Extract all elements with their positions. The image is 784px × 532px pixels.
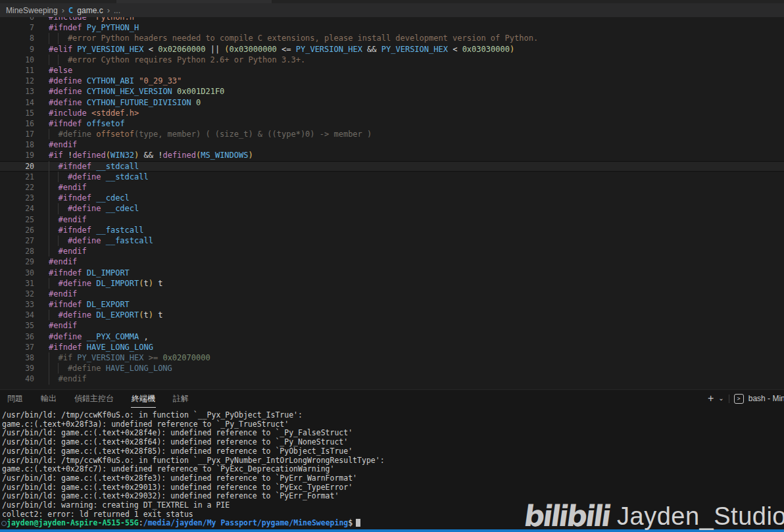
code-token: __fastcall [101, 236, 153, 245]
line-number[interactable]: 6 [0, 17, 39, 22]
panel-tab-comments[interactable]: 註解 [172, 390, 189, 408]
line-number[interactable]: 10 [0, 55, 39, 65]
panel-tab-debug-console[interactable]: 偵錯主控台 [74, 390, 114, 408]
code-line[interactable]: 19#if !defined(WIN32) && !defined(MS_WIN… [0, 150, 784, 160]
terminal-line: /usr/bin/ld: game.c:(.text+0x28f4e): und… [2, 429, 784, 438]
code-line[interactable]: 27#define __fastcall [0, 235, 784, 246]
line-number[interactable]: 33 [0, 299, 39, 310]
code-line[interactable]: 32#endif [0, 289, 784, 299]
line-number[interactable]: 14 [0, 97, 39, 108]
line-number[interactable]: 40 [0, 374, 39, 384]
terminal-instance-label[interactable]: bash - MineSw [748, 394, 784, 403]
line-number[interactable]: 22 [0, 182, 39, 193]
code-line[interactable]: 22#endif [0, 182, 784, 193]
line-number[interactable]: 28 [0, 246, 39, 256]
code-line[interactable]: 16#ifndef offsetof [0, 118, 784, 129]
code-line[interactable]: 21#define __stdcall [0, 172, 784, 182]
code-line[interactable]: 18#endif [0, 139, 784, 150]
code-line[interactable]: 31#define DL_IMPORT(t) t [0, 278, 784, 289]
code-token: #define [68, 172, 101, 181]
line-number[interactable]: 26 [0, 225, 39, 235]
breadcrumb-item-project[interactable]: MineSweeping [6, 6, 58, 15]
code-line[interactable]: 8#error Python headers needed to compile… [0, 33, 784, 43]
code-token: __fastcall [91, 226, 143, 235]
code-line[interactable]: 25#endif [0, 214, 784, 225]
line-number[interactable]: 15 [0, 108, 39, 118]
line-number[interactable]: 21 [0, 172, 39, 182]
panel-tab-output[interactable]: 輸出 [40, 390, 57, 408]
line-number[interactable]: 17 [0, 129, 39, 139]
line-number[interactable]: 8 [0, 33, 39, 43]
terminal-icon: > [734, 394, 744, 404]
indent-guide [49, 172, 58, 182]
code-line[interactable]: 12#define CYTHON_ABI "0_29_33" [0, 76, 784, 86]
code-line[interactable]: 14#define CYTHON_FUTURE_DIVISION 0 [0, 97, 784, 108]
line-number[interactable]: 20 [0, 161, 39, 172]
line-number[interactable]: 19 [0, 150, 39, 160]
indent-guide [49, 225, 58, 235]
code-line[interactable]: 20#ifndef __stdcall [0, 161, 784, 172]
code-line[interactable]: 33#ifndef DL_EXPORT [0, 299, 784, 310]
code-line[interactable]: 10#error Cython requires Python 2.6+ or … [0, 55, 784, 65]
code-token: #define [49, 332, 82, 341]
new-terminal-icon[interactable]: + [708, 393, 714, 404]
code-token: "0_29_33" [134, 76, 182, 85]
editor-region[interactable]: 6#include "Python.h"7#ifndef Py_PYTHON_H… [0, 17, 784, 389]
code-token: #endif [58, 374, 86, 383]
code-token: #endif [58, 247, 86, 256]
code-line[interactable]: 34#define DL_EXPORT(t) t [0, 310, 784, 320]
line-number[interactable]: 11 [0, 65, 39, 76]
code-line[interactable]: 23#ifndef __cdecl [0, 193, 784, 203]
code-line[interactable]: 13#define CYTHON_HEX_VERSION 0x001D21F0 [0, 86, 784, 97]
code-token: #endif [58, 183, 86, 192]
indent-guide [58, 363, 67, 374]
line-number[interactable]: 24 [0, 203, 39, 214]
command-decoration-icon[interactable] [1, 521, 7, 526]
code-line[interactable]: 6#include "Python.h" [0, 17, 784, 22]
line-number[interactable]: 7 [0, 22, 39, 33]
line-number[interactable]: 39 [0, 363, 39, 374]
line-number[interactable]: 38 [0, 352, 39, 363]
code-line[interactable]: 29#endif [0, 256, 784, 267]
line-number[interactable]: 37 [0, 342, 39, 352]
code-line[interactable]: 28#endif [0, 246, 784, 256]
line-number[interactable]: 34 [0, 310, 39, 320]
line-number[interactable]: 30 [0, 268, 39, 278]
line-number[interactable]: 18 [0, 139, 39, 150]
line-number[interactable]: 16 [0, 118, 39, 129]
line-number[interactable]: 12 [0, 76, 39, 86]
code-line[interactable]: 30#ifndef DL_IMPORT [0, 268, 784, 278]
line-number[interactable]: 23 [0, 193, 39, 203]
terminal-dropdown-icon[interactable]: ⌄ [718, 395, 723, 402]
line-number[interactable]: 29 [0, 256, 39, 267]
code-token: PY_VERSION_HEX [77, 353, 143, 362]
code-line[interactable]: 36#define __PYX_COMMA , [0, 331, 784, 342]
code-line[interactable]: 15#include <stddef.h> [0, 108, 784, 118]
code-line[interactable]: 37#ifndef HAVE_LONG_LONG [0, 342, 784, 352]
code-line[interactable]: 40#endif [0, 374, 784, 384]
line-number[interactable]: 31 [0, 278, 39, 289]
breadcrumb-item-file[interactable]: game.c [77, 6, 103, 15]
line-number[interactable]: 32 [0, 289, 39, 299]
line-number[interactable]: 36 [0, 331, 39, 342]
breadcrumb-more[interactable]: ... [114, 6, 120, 15]
line-number[interactable]: 35 [0, 320, 39, 331]
terminal-line: game.c:(.text+0x28fc7): undefined refere… [2, 465, 784, 474]
code-line[interactable]: 24#define __cdecl [0, 203, 784, 214]
line-number[interactable]: 25 [0, 214, 39, 225]
line-number[interactable]: 13 [0, 86, 39, 97]
code-line[interactable]: 9#elif PY_VERSION_HEX < 0x02060000 || (0… [0, 44, 784, 55]
code-line[interactable]: 7#ifndef Py_PYTHON_H [0, 22, 784, 33]
panel-tab-terminal[interactable]: 終端機 [131, 390, 156, 408]
line-number[interactable]: 27 [0, 235, 39, 246]
code-line[interactable]: 11#else [0, 65, 784, 76]
code-line[interactable]: 35#endif [0, 320, 784, 331]
line-number[interactable]: 9 [0, 44, 39, 55]
code-line[interactable]: 17#define offsetof(type, member) ( (size… [0, 129, 784, 139]
code-line[interactable]: 38#if PY_VERSION_HEX >= 0x02070000 [0, 352, 784, 363]
panel-tab-problems[interactable]: 問題 [7, 390, 24, 408]
code-text: #define offsetof(type, member) ( (size_t… [39, 129, 784, 139]
code-text: #define CYTHON_HEX_VERSION 0x001D21F0 [39, 86, 784, 97]
code-line[interactable]: 26#ifndef __fastcall [0, 225, 784, 235]
code-line[interactable]: 39#define HAVE_LONG_LONG [0, 363, 784, 374]
